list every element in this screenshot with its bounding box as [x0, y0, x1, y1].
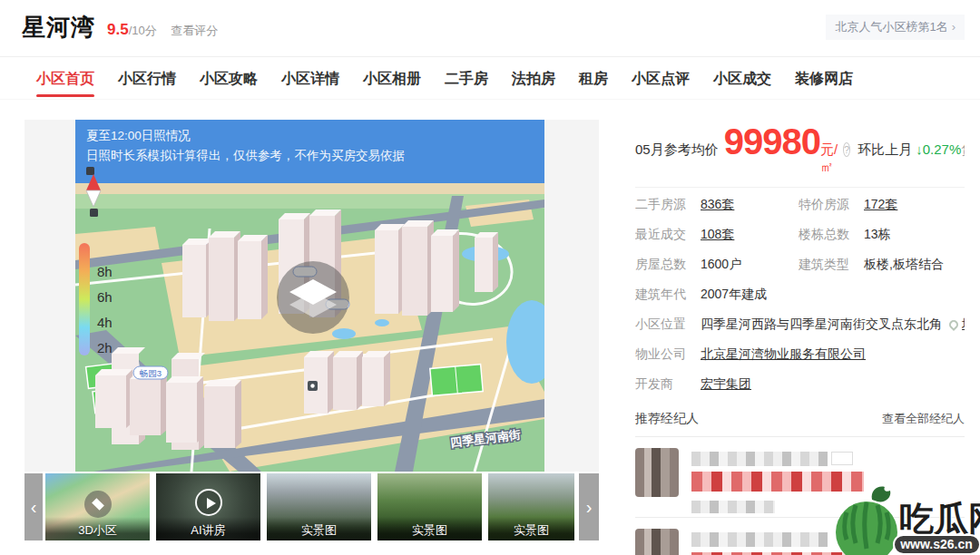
map-station-marker [308, 381, 318, 391]
thumb-ai-video[interactable]: AI讲房 [156, 473, 260, 540]
location-value: 四季星河西路与四季星河南街交叉点东北角 [701, 316, 942, 333]
field-label: 二手房源 [635, 197, 688, 213]
ranking-badge-label: 北京人气小区榜第1名 [835, 20, 947, 34]
agent-avatar [635, 529, 679, 555]
play-icon [195, 489, 222, 516]
developer-link[interactable]: 宏宇集团 [701, 376, 751, 393]
mom-label: 环比上月 [858, 141, 912, 159]
build-year-value: 2007年建成 [701, 287, 767, 303]
tab-decoration-shop[interactable]: 装修网店 [795, 57, 853, 100]
next-arrow-icon: › [586, 497, 593, 518]
tab-album[interactable]: 小区相册 [363, 57, 421, 100]
agent-avatar [635, 448, 679, 497]
recent-deals-link[interactable]: 108套 [701, 227, 734, 243]
sunlight-overlay-title: 夏至12:00日照情况 [86, 129, 191, 142]
loan-calculator-link[interactable]: 贷款计算器 [961, 142, 965, 159]
price-unit: 元/㎡ [820, 141, 838, 176]
legend-8h: 8h [97, 264, 113, 279]
field-label: 最近成交 [635, 227, 688, 243]
price-month-label: 05月参考均价 [635, 141, 719, 159]
community-facts-grid: 二手房源836套 特价房源172套 最近成交108套 楼栋总数13栋 房屋总数1… [635, 190, 965, 399]
price-row: 05月参考均价 99980 元/㎡ ? 环比上月 ↓ 0.27% 贷款计算器 [635, 123, 965, 176]
property-company-link[interactable]: 北京星河湾物业服务有限公司 [701, 346, 866, 363]
page-header: 星河湾 9.5/10分 查看评分 北京人气小区榜第1名› [0, 0, 980, 56]
thumb-label: 实景图 [488, 517, 574, 540]
sunlight-overlay-disclaimer: 日照时长系模拟计算得出，仅供参考，不作为买房交易依据 [86, 149, 405, 162]
field-label: 建筑年代 [635, 287, 688, 303]
thumb-label: 实景图 [267, 517, 371, 540]
view-rating-link[interactable]: 查看评分 [171, 24, 218, 37]
agents-header: 推荐经纪人 查看全部经纪人 [635, 411, 965, 427]
thumb-photo-1[interactable]: 实景图 [267, 473, 371, 540]
tab-community-home[interactable]: 小区首页 [36, 57, 94, 100]
thumb-photo-2[interactable]: 实景图 [377, 473, 482, 540]
mom-down-arrow-icon: ↓ [916, 141, 923, 157]
map-canvas: 畅园3 四季星河南街 8h 6h 4h [75, 120, 544, 472]
building-pill-label: 畅园3 [140, 368, 162, 378]
thumb-3d-community[interactable]: 3D小区 [45, 473, 150, 540]
thumbs-next-button[interactable]: › [579, 473, 599, 540]
legend-4h: 4h [97, 315, 113, 330]
view-all-agents-link[interactable]: 查看全部经纪人 [882, 411, 965, 427]
score-value: 9.5 [107, 21, 129, 38]
building-type-value: 板楼,板塔结合 [864, 257, 944, 273]
divider [635, 187, 965, 188]
score-suffix: /10分 [129, 24, 157, 37]
tab-guide[interactable]: 小区攻略 [200, 57, 258, 100]
map-link[interactable]: 地图 [962, 316, 965, 333]
score-block: 9.5/10分 查看评分 [107, 21, 218, 39]
map-3d-toggle-button[interactable] [277, 261, 349, 334]
field-label: 物业公司 [635, 346, 688, 363]
legend-6h: 6h [97, 289, 113, 305]
community-info-panel: 05月参考均价 99980 元/㎡ ? 环比上月 ↓ 0.27% 贷款计算器 二… [635, 118, 965, 555]
prev-arrow-icon: ‹ [31, 497, 37, 518]
field-label: 特价房源 [799, 197, 851, 213]
legend-2h: 2h [97, 340, 113, 355]
thumbs-prev-button[interactable]: ‹ [24, 473, 43, 540]
layers-3d-icon [84, 491, 112, 518]
thumb-photo-3[interactable]: 实景图 [488, 473, 574, 540]
field-label: 建筑类型 [799, 257, 851, 273]
unit-count-value: 1600户 [701, 257, 741, 273]
agent-badge [831, 452, 853, 465]
agents-title: 推荐经纪人 [635, 411, 699, 427]
tab-rent[interactable]: 租房 [579, 57, 608, 100]
chevron-right-icon: › [952, 20, 956, 34]
tab-resale[interactable]: 二手房 [445, 57, 488, 100]
resale-count-link[interactable]: 836套 [701, 197, 734, 213]
tab-auction[interactable]: 法拍房 [512, 57, 555, 100]
tab-market[interactable]: 小区行情 [118, 57, 176, 100]
thumb-label: 3D小区 [45, 517, 150, 540]
sunlight-3d-map[interactable]: 畅园3 四季星河南街 8h 6h 4h [75, 120, 544, 472]
carousel-prev-strip [24, 120, 75, 472]
field-label: 房屋总数 [635, 257, 688, 273]
field-label: 开发商 [635, 376, 688, 393]
mom-value: 0.27% [923, 141, 962, 157]
community-page: 星河湾 9.5/10分 查看评分 北京人气小区榜第1名› 小区首页 小区行情 小… [0, 0, 980, 555]
tab-details[interactable]: 小区详情 [281, 57, 339, 100]
special-count-link[interactable]: 172套 [864, 197, 897, 213]
ranking-badge[interactable]: 北京人气小区榜第1名› [826, 15, 965, 40]
average-price-value: 99980 [724, 123, 820, 160]
thumb-label: 实景图 [377, 517, 482, 540]
question-icon[interactable]: ? [843, 142, 850, 157]
agent-phone-redacted [691, 472, 864, 492]
agent-name-redacted [691, 532, 828, 547]
tab-transactions[interactable]: 小区成交 [713, 57, 771, 100]
field-label: 楼栋总数 [799, 227, 851, 243]
location-pin-icon [947, 317, 960, 330]
thumb-label: AI讲房 [156, 517, 260, 540]
building-count-value: 13栋 [864, 227, 891, 243]
agent-list-item[interactable] [635, 437, 965, 517]
tab-reviews[interactable]: 小区点评 [632, 57, 690, 100]
carousel-next-strip [544, 120, 599, 472]
community-nav: 小区首页 小区行情 小区攻略 小区详情 小区相册 二手房 法拍房 租房 小区点评… [0, 56, 980, 100]
field-label: 小区位置 [635, 316, 688, 333]
agent-company-redacted [691, 501, 775, 513]
agent-name-redacted [691, 452, 828, 466]
community-title: 星河湾 [22, 12, 95, 44]
agent-list-item[interactable] [635, 518, 965, 555]
